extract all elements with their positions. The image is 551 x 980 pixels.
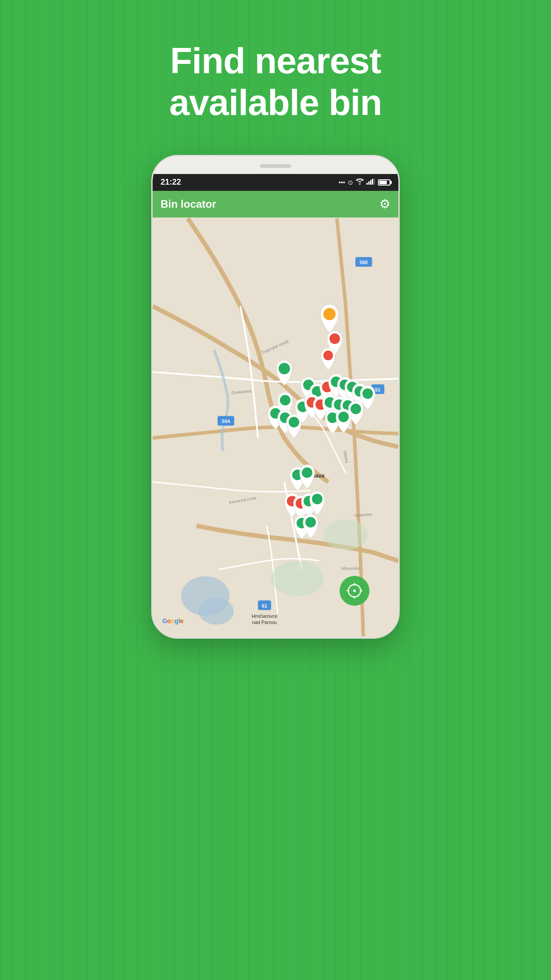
dots-icon: ••• bbox=[338, 179, 345, 186]
svg-point-52 bbox=[338, 411, 349, 422]
app-title: Bin locator bbox=[161, 198, 216, 210]
svg-rect-0 bbox=[366, 183, 368, 185]
svg-point-8 bbox=[271, 561, 324, 596]
location-icon: ⊙ bbox=[348, 179, 353, 186]
svg-rect-1 bbox=[368, 182, 370, 185]
svg-point-30 bbox=[323, 350, 333, 360]
headline: Find nearest available bin bbox=[169, 40, 382, 124]
svg-text:51: 51 bbox=[375, 387, 380, 392]
headline-line1: Find nearest bbox=[169, 40, 382, 82]
svg-rect-2 bbox=[370, 180, 371, 185]
signal-icon bbox=[366, 178, 375, 186]
svg-text:nad Parnou: nad Parnou bbox=[252, 620, 277, 625]
app-bar: Bin locator ⚙ bbox=[153, 191, 398, 217]
svg-text:Google: Google bbox=[162, 617, 184, 624]
svg-text:Mikovíniho: Mikovíniho bbox=[341, 566, 360, 570]
svg-point-29 bbox=[330, 333, 340, 344]
svg-point-9 bbox=[324, 519, 368, 549]
svg-text:61: 61 bbox=[262, 603, 267, 608]
status-time: 21:22 bbox=[161, 178, 181, 187]
settings-button[interactable]: ⚙ bbox=[379, 197, 390, 211]
svg-point-46 bbox=[350, 403, 361, 414]
svg-rect-4 bbox=[374, 178, 375, 185]
svg-point-28 bbox=[323, 308, 336, 320]
map-area[interactable]: Trstinská cesta Orešianska Kamenná cesta… bbox=[153, 217, 398, 637]
svg-point-39 bbox=[362, 388, 373, 399]
svg-point-60 bbox=[305, 517, 316, 527]
svg-point-47 bbox=[280, 395, 291, 405]
wifi-icon bbox=[356, 178, 364, 186]
headline-line2: available bin bbox=[169, 82, 382, 123]
svg-point-7 bbox=[199, 598, 234, 624]
svg-text:Hrnčiarovce: Hrnčiarovce bbox=[252, 613, 277, 619]
svg-point-54 bbox=[302, 467, 312, 478]
status-bar: 21:22 ••• ⊙ bbox=[153, 174, 398, 191]
phone-frame: 21:22 ••• ⊙ bbox=[151, 155, 400, 639]
svg-point-58 bbox=[312, 494, 323, 504]
battery-icon bbox=[378, 179, 390, 186]
svg-text:504: 504 bbox=[222, 419, 230, 424]
status-icons: ••• ⊙ bbox=[338, 178, 390, 186]
svg-text:560: 560 bbox=[360, 260, 368, 265]
svg-point-31 bbox=[279, 363, 290, 374]
svg-rect-3 bbox=[372, 179, 373, 185]
svg-point-50 bbox=[289, 417, 299, 427]
phone-speaker bbox=[260, 164, 291, 168]
svg-point-63 bbox=[353, 589, 356, 592]
